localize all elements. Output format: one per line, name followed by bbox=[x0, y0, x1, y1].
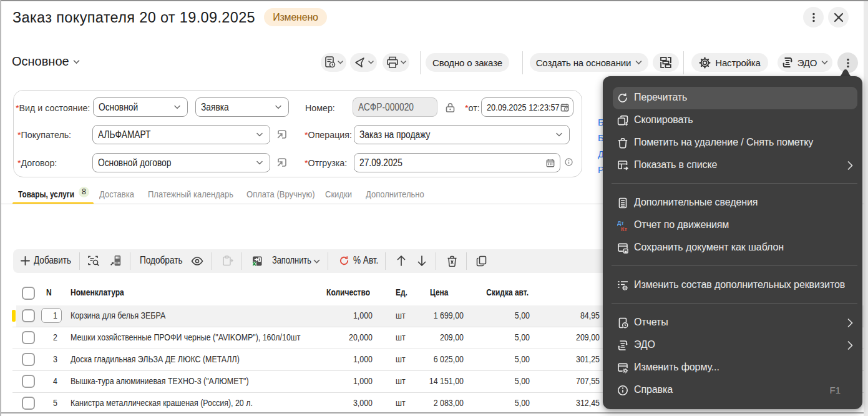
svg-text:Дт: Дт bbox=[617, 220, 624, 226]
svg-text:Кт: Кт bbox=[621, 226, 627, 232]
